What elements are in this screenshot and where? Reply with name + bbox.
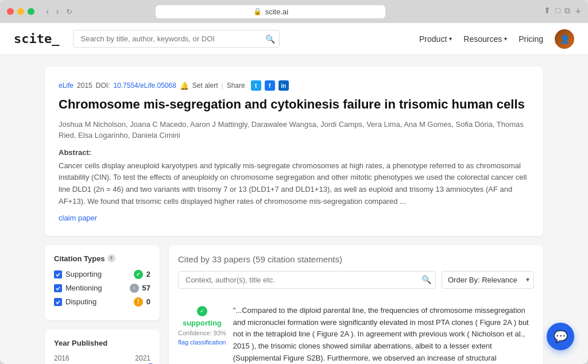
paper-card: eLife 2015 DOI: 10.7554/eLife.05068 🔔 Se… bbox=[45, 67, 543, 236]
flag-classification-link[interactable]: flag classification bbox=[178, 339, 226, 346]
window-controls bbox=[7, 8, 34, 15]
linkedin-icon[interactable]: in bbox=[278, 80, 289, 91]
supporting-check-icon: ✓ bbox=[197, 306, 207, 316]
year-published-section: Year Published 2016 2021 bbox=[45, 330, 160, 364]
mentioning-badge: ○ bbox=[130, 284, 139, 293]
browser-window: ‹ › ↻ 🔒 scite.ai ⬆ □ ⧉ + scite_ 🔍 Produc… bbox=[0, 0, 588, 364]
set-alert-link[interactable]: Set alert bbox=[192, 82, 218, 90]
site-logo[interactable]: scite_ bbox=[14, 32, 59, 46]
disputing-checkbox[interactable] bbox=[54, 298, 62, 306]
nav-resources[interactable]: Resources ▾ bbox=[463, 34, 507, 44]
citation-search: 🔍 bbox=[178, 271, 436, 289]
year-from: 2016 bbox=[54, 354, 69, 362]
browser-nav: ‹ › ↻ bbox=[44, 5, 75, 18]
abstract-label: Abstract: bbox=[59, 148, 529, 157]
search-filter-row: 🔍 Order By: Relevance bbox=[178, 271, 534, 289]
mentioning-count: 57 bbox=[142, 284, 150, 292]
nav-pricing-label: Pricing bbox=[519, 34, 543, 44]
url-text: scite.ai bbox=[265, 7, 288, 16]
paper-meta: eLife 2015 DOI: 10.7554/eLife.05068 🔔 Se… bbox=[59, 80, 529, 91]
forward-button[interactable]: › bbox=[53, 5, 61, 18]
paper-authors: Joshua M Nicholson, Joana C Macedo, Aaro… bbox=[59, 119, 529, 141]
citation-search-input[interactable] bbox=[178, 271, 436, 289]
mentioning-checkbox[interactable] bbox=[54, 284, 62, 292]
citation-mentioning: Mentioning ○ 57 bbox=[54, 284, 150, 293]
year-published-label: Year Published bbox=[54, 339, 107, 347]
citation-type-tag-label: supporting bbox=[183, 319, 222, 327]
year-published-title: Year Published bbox=[54, 339, 150, 347]
left-sidebar: Citation Types ? Supporting ✓ 2 bbox=[45, 245, 160, 364]
citation-quote: "...Compared to the diploid parental lin… bbox=[233, 305, 534, 364]
claim-paper-link[interactable]: claim paper bbox=[59, 214, 529, 222]
search-icon: 🔍 bbox=[265, 34, 275, 44]
browser-titlebar: ‹ › ↻ 🔒 scite.ai ⬆ □ ⧉ + bbox=[0, 0, 588, 23]
new-tab-icon[interactable]: + bbox=[575, 6, 581, 18]
nav-resources-label: Resources bbox=[463, 34, 502, 44]
info-icon[interactable]: ? bbox=[107, 254, 115, 262]
url-bar[interactable]: 🔒 scite.ai bbox=[156, 5, 385, 18]
browser-actions: ⬆ □ ⧉ + bbox=[544, 6, 581, 18]
citation-types-section: Citation Types ? Supporting ✓ 2 bbox=[45, 245, 160, 320]
maximize-button[interactable] bbox=[28, 8, 34, 15]
nav-pricing[interactable]: Pricing bbox=[519, 34, 543, 44]
disputing-label: Disputing bbox=[65, 297, 130, 306]
refresh-button[interactable]: ↻ bbox=[64, 5, 75, 18]
site-content: scite_ 🔍 Product ▾ Resources ▾ Pricing bbox=[0, 23, 588, 364]
minimize-button[interactable] bbox=[17, 8, 24, 15]
user-avatar[interactable]: 👤 bbox=[555, 29, 574, 49]
right-main: Cited by 33 papers (59 citation statemen… bbox=[169, 245, 543, 364]
supporting-count: 2 bbox=[146, 270, 150, 278]
nav-product-label: Product bbox=[419, 34, 447, 44]
abstract-text: Cancer cells display aneuploid karyotype… bbox=[59, 160, 529, 208]
citation-type-col: ✓ supporting Confidence: 93% flag classi… bbox=[178, 305, 226, 364]
citations-header: Cited by 33 papers (59 citation statemen… bbox=[178, 254, 534, 264]
disputing-badge: ! bbox=[134, 297, 143, 307]
citation-statements-label: (59 citation statements) bbox=[253, 254, 342, 264]
citation-supporting: Supporting ✓ 2 bbox=[54, 270, 150, 279]
close-button[interactable] bbox=[7, 8, 14, 15]
order-select-wrapper: Order By: Relevance bbox=[442, 271, 534, 289]
cited-by-label: Cited by 33 papers bbox=[178, 254, 250, 264]
journal-link[interactable]: eLife bbox=[59, 82, 74, 90]
year-to: 2021 bbox=[135, 354, 150, 362]
citation-content-col: "...Compared to the diploid parental lin… bbox=[233, 305, 534, 364]
mentioning-label: Mentioning bbox=[65, 284, 126, 292]
chat-icon: 💬 bbox=[554, 330, 568, 343]
supporting-checkbox[interactable] bbox=[54, 270, 62, 278]
main-content: eLife 2015 DOI: 10.7554/eLife.05068 🔔 Se… bbox=[36, 55, 552, 364]
citations-card: Cited by 33 papers (59 citation statemen… bbox=[169, 245, 543, 364]
bookmark-icon[interactable]: □ bbox=[555, 6, 560, 18]
twitter-icon[interactable]: t bbox=[251, 80, 261, 91]
avatar-initial: 👤 bbox=[560, 34, 570, 44]
two-column-layout: Citation Types ? Supporting ✓ 2 bbox=[45, 245, 543, 364]
confidence-text: Confidence: 93% bbox=[178, 330, 226, 336]
chevron-down-icon: ▾ bbox=[449, 36, 452, 42]
bell-icon: 🔔 bbox=[180, 82, 189, 90]
citation-disputing: Disputing ! 0 bbox=[54, 297, 150, 307]
citation-types-title: Citation Types ? bbox=[54, 254, 150, 263]
paper-year: 2015 bbox=[77, 82, 92, 90]
back-button[interactable]: ‹ bbox=[44, 5, 51, 18]
doi-label: DOI: bbox=[96, 82, 110, 90]
year-range: 2016 2021 bbox=[54, 354, 150, 362]
order-select[interactable]: Order By: Relevance bbox=[442, 271, 534, 289]
site-header: scite_ 🔍 Product ▾ Resources ▾ Pricing bbox=[0, 23, 588, 55]
share-label: Share bbox=[227, 82, 245, 90]
citation-result-inner: ✓ supporting Confidence: 93% flag classi… bbox=[178, 305, 534, 364]
supporting-badge: ✓ bbox=[134, 270, 143, 279]
share-icon[interactable]: ⬆ bbox=[544, 6, 551, 18]
paper-title: Chromosome mis-segregation and cytokines… bbox=[59, 96, 529, 113]
tab-icon[interactable]: ⧉ bbox=[564, 6, 570, 18]
citation-result-1: ✓ supporting Confidence: 93% flag classi… bbox=[178, 297, 534, 364]
chevron-down-icon: ▾ bbox=[504, 36, 507, 42]
header-search: 🔍 bbox=[73, 30, 280, 48]
facebook-icon[interactable]: f bbox=[265, 80, 275, 91]
search-input[interactable] bbox=[73, 30, 280, 48]
doi-link[interactable]: 10.7554/eLife.05068 bbox=[113, 82, 176, 90]
nav-right: Product ▾ Resources ▾ Pricing 👤 bbox=[419, 29, 574, 49]
supporting-label: Supporting bbox=[65, 270, 130, 278]
chat-button[interactable]: 💬 bbox=[547, 323, 574, 350]
social-icons: t f in bbox=[251, 80, 289, 91]
security-icon: 🔒 bbox=[253, 7, 262, 16]
nav-product[interactable]: Product ▾ bbox=[419, 34, 452, 44]
